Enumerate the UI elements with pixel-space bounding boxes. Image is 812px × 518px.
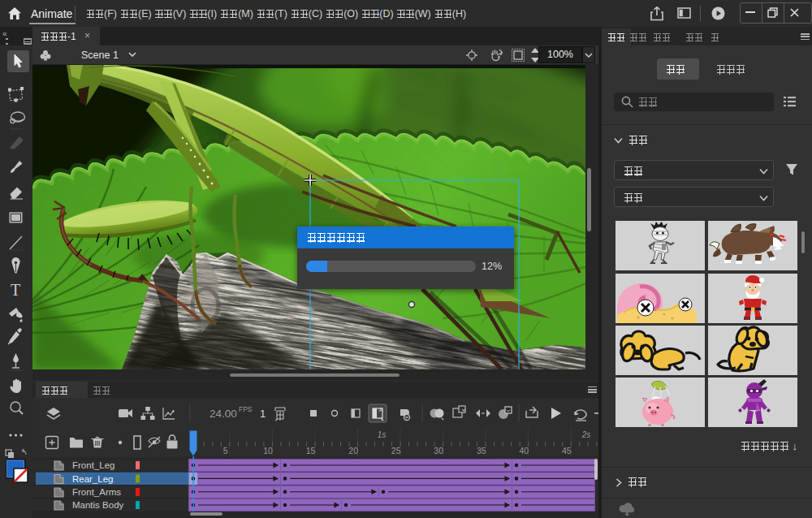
svg-text:35: 35 [477,446,486,455]
svg-text:24.00: 24.00 [209,408,237,420]
svg-text:40: 40 [519,446,529,455]
svg-text:Front_Leg: Front_Leg [72,460,114,470]
svg-text:Mantis Body: Mantis Body [72,500,124,510]
svg-text:1s: 1s [378,430,387,439]
svg-text:25: 25 [391,446,401,455]
svg-text:T: T [11,281,20,299]
svg-text:45: 45 [562,446,572,455]
svg-text:30: 30 [434,446,443,455]
svg-text:20: 20 [348,446,358,455]
svg-text:A: A [379,407,383,412]
svg-text:2s: 2s [581,430,591,439]
svg-text:10: 10 [263,446,273,455]
svg-text:FPS: FPS [239,405,253,413]
svg-text:Front_Arms: Front_Arms [72,487,121,497]
svg-text:Rear_Leg: Rear_Leg [72,474,114,484]
svg-text:1: 1 [260,408,266,420]
svg-text:15: 15 [306,446,316,455]
svg-text:5: 5 [223,446,228,455]
